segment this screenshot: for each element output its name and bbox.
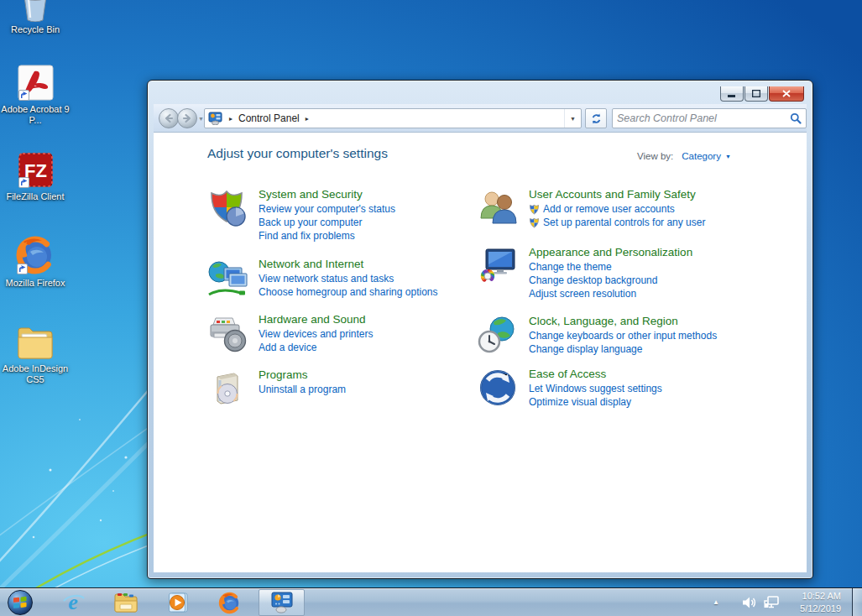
desktop-icon-label: Recycle Bin xyxy=(0,24,71,35)
start-button[interactable] xyxy=(8,590,33,615)
programs-icon[interactable] xyxy=(207,368,248,409)
category-link[interactable]: Add a device xyxy=(259,342,374,353)
desktop-icon-label: FileZilla Client xyxy=(0,191,71,202)
category-link[interactable]: Change display language xyxy=(529,343,717,355)
forward-button[interactable] xyxy=(177,108,197,128)
category-appearance: Appearance and Personalization Change th… xyxy=(478,246,692,301)
category-link[interactable]: Uninstall a program xyxy=(259,384,346,395)
taskbar-media-player-button[interactable] xyxy=(165,591,191,614)
category-title[interactable]: Clock, Language, and Region xyxy=(529,315,717,327)
folder-icon xyxy=(15,324,55,361)
category-link[interactable]: Choose homegroup and sharing options xyxy=(259,286,437,298)
navigation-bar: ▼ ▸ Control Panel ▸ ▼ xyxy=(154,104,807,133)
uac-shield-icon xyxy=(529,204,540,215)
firefox-icon xyxy=(15,235,55,275)
system-security-icon[interactable] xyxy=(207,188,248,228)
category-system-and-security: System and Security Review your computer… xyxy=(207,188,395,243)
address-bar[interactable]: ▸ Control Panel ▸ ▼ xyxy=(204,108,582,128)
svg-text:e: e xyxy=(68,591,78,614)
desktop: Recycle Bin Adobe Acrobat 9 P... FZ xyxy=(0,0,862,616)
show-hidden-icons-button[interactable]: ▲ xyxy=(713,598,719,606)
category-title[interactable]: User Accounts and Family Safety xyxy=(529,188,705,201)
category-title[interactable]: Network and Internet xyxy=(259,258,437,270)
close-button[interactable] xyxy=(769,86,804,102)
show-desktop-button[interactable] xyxy=(852,588,862,616)
volume-icon[interactable] xyxy=(742,596,756,613)
filezilla-icon: FZ xyxy=(17,151,55,189)
category-link[interactable]: Optimize visual display xyxy=(529,396,662,408)
category-link[interactable]: View network status and tasks xyxy=(259,273,437,285)
category-link[interactable]: Let Windows suggest settings xyxy=(529,383,662,394)
desktop-icon-recycle-bin[interactable]: Recycle Bin xyxy=(0,0,71,35)
caption-buttons xyxy=(720,86,804,102)
refresh-button[interactable] xyxy=(585,108,607,128)
category-link[interactable]: Add or remove user accounts xyxy=(529,203,705,215)
breadcrumb-arrow-icon[interactable]: ▸ xyxy=(306,115,309,123)
search-icon[interactable] xyxy=(790,112,802,124)
clock-language-region-icon[interactable] xyxy=(478,315,518,355)
control-panel-location-icon xyxy=(208,112,223,125)
category-user-accounts: User Accounts and Family Safety xyxy=(478,188,705,230)
category-hardware-and-sound: Hardware and Sound View devices and prin… xyxy=(207,313,374,355)
hardware-sound-icon[interactable] xyxy=(207,313,248,353)
category-link[interactable]: Change the theme xyxy=(529,261,692,273)
view-by-value[interactable]: Category xyxy=(682,151,721,161)
category-link[interactable]: Set up parental controls for any user xyxy=(529,217,705,228)
breadcrumb-location[interactable]: Control Panel xyxy=(238,112,300,124)
category-title[interactable]: System and Security xyxy=(259,188,395,201)
category-link[interactable]: View devices and printers xyxy=(259,328,374,340)
shortcut-arrow-icon xyxy=(17,264,28,274)
category-link[interactable]: Change keyboards or other input methods xyxy=(529,330,717,342)
taskbar-control-panel-button[interactable] xyxy=(259,589,305,616)
ease-of-access-icon[interactable] xyxy=(478,368,518,408)
breadcrumb-arrow-icon[interactable]: ▸ xyxy=(229,115,232,123)
search-input[interactable] xyxy=(617,112,790,124)
tray-date: 5/12/2019 xyxy=(784,603,841,615)
address-dropdown-icon[interactable]: ▼ xyxy=(564,109,581,128)
taskbar-windows-explorer-button[interactable] xyxy=(113,591,138,614)
desktop-icon-adobe-indesign[interactable]: Adobe InDesign CS5 xyxy=(0,324,71,385)
desktop-icon-label: Adobe Acrobat 9 P... xyxy=(0,104,71,126)
category-link[interactable]: Review your computer's status xyxy=(259,203,395,215)
minimize-button[interactable] xyxy=(720,86,744,102)
category-ease-of-access: Ease of Access Let Windows suggest setti… xyxy=(478,368,662,410)
taskbar: e xyxy=(0,587,862,616)
desktop-icon-filezilla[interactable]: FZ FileZilla Client xyxy=(0,151,71,202)
category-link[interactable]: Find and fix problems xyxy=(259,230,395,242)
control-panel-window: ▼ ▸ Control Panel ▸ ▼ xyxy=(147,80,813,579)
page-title: Adjust your computer's settings xyxy=(207,146,388,161)
network-icon[interactable] xyxy=(764,596,779,613)
view-by-dropdown-icon[interactable]: ▼ xyxy=(725,154,731,159)
desktop-icon-label: Adobe InDesign CS5 xyxy=(0,363,71,385)
network-internet-icon[interactable] xyxy=(207,258,248,298)
category-title[interactable]: Hardware and Sound xyxy=(259,313,374,326)
tray-time: 10:52 AM xyxy=(784,590,841,603)
view-by-control: View by: Category ▼ xyxy=(637,151,731,161)
category-title[interactable]: Appearance and Personalization xyxy=(529,246,692,258)
uac-shield-icon xyxy=(529,217,540,228)
category-programs: Programs Uninstall a program xyxy=(207,368,346,409)
search-box xyxy=(612,108,807,128)
desktop-icon-firefox[interactable]: Mozilla Firefox xyxy=(0,235,71,289)
category-network-and-internet: Network and Internet View network status… xyxy=(207,258,437,300)
recent-pages-dropdown-icon[interactable]: ▼ xyxy=(198,116,204,122)
desktop-icon-adobe-acrobat[interactable]: Adobe Acrobat 9 P... xyxy=(0,64,71,126)
user-accounts-icon[interactable] xyxy=(478,188,518,228)
shortcut-arrow-icon xyxy=(18,90,29,101)
taskbar-internet-explorer-button[interactable]: e xyxy=(61,591,86,614)
recycle-bin-icon xyxy=(18,0,52,22)
view-by-label: View by: xyxy=(637,151,673,161)
back-button[interactable] xyxy=(159,108,179,128)
category-link[interactable]: Change desktop background xyxy=(529,274,692,286)
category-link[interactable]: Back up your computer xyxy=(259,217,395,228)
taskbar-firefox-button[interactable] xyxy=(217,591,242,614)
appearance-personalization-icon[interactable] xyxy=(478,246,518,286)
category-link[interactable]: Adjust screen resolution xyxy=(529,288,692,300)
category-title[interactable]: Programs xyxy=(259,368,346,381)
category-title[interactable]: Ease of Access xyxy=(529,368,662,380)
desktop-icon-label: Mozilla Firefox xyxy=(0,278,71,289)
control-panel-content: Adjust your computer's settings View by:… xyxy=(154,133,807,572)
tray-clock[interactable]: 10:52 AM 5/12/2019 xyxy=(784,590,841,615)
acrobat-icon xyxy=(17,64,55,102)
maximize-button[interactable] xyxy=(744,86,768,102)
